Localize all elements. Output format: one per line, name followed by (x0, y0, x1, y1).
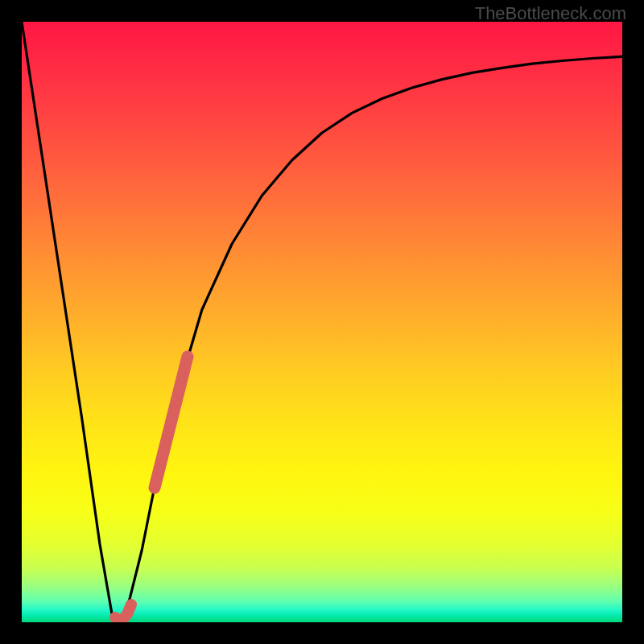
watermark-text: TheBottleneck.com (475, 3, 626, 24)
plot-area (22, 22, 622, 622)
marker-rising-segment-icon (155, 357, 188, 488)
bottleneck-curve (22, 22, 622, 619)
chart-svg (22, 22, 622, 622)
marker-j-hook-icon (115, 605, 131, 620)
